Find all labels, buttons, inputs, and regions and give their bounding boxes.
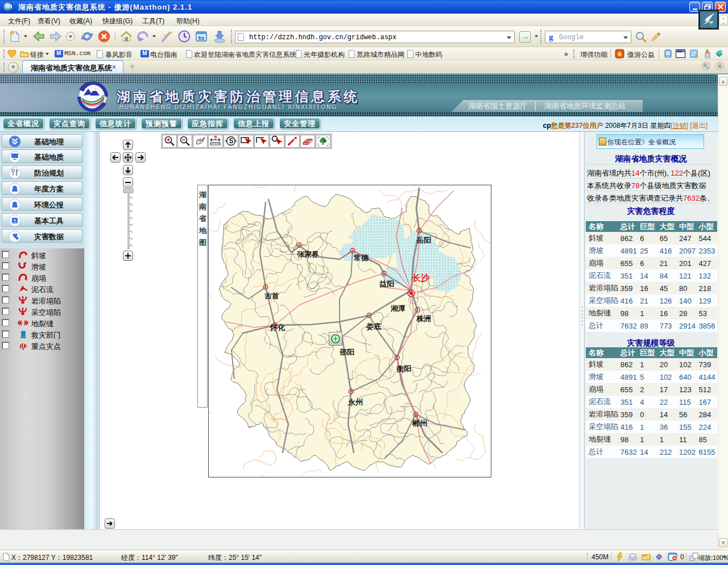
svg-text:邵阳: 邵阳 bbox=[339, 348, 354, 356]
svg-text:益阳: 益阳 bbox=[379, 280, 394, 288]
svg-text:株洲: 株洲 bbox=[416, 314, 431, 323]
svg-text:岳阳: 岳阳 bbox=[416, 236, 431, 244]
svg-text:永州: 永州 bbox=[348, 398, 363, 406]
svg-text:郴州: 郴州 bbox=[412, 419, 427, 427]
svg-text:湘潭: 湘潭 bbox=[390, 304, 406, 313]
svg-text:S: S bbox=[229, 137, 234, 145]
svg-text:吉首: 吉首 bbox=[264, 292, 279, 300]
svg-text:长沙: 长沙 bbox=[412, 273, 430, 282]
svg-text:?: ? bbox=[214, 135, 217, 142]
svg-text:怀化: 怀化 bbox=[270, 323, 286, 332]
svg-text:娄底: 娄底 bbox=[366, 322, 381, 331]
svg-text:衡阳: 衡阳 bbox=[396, 364, 411, 373]
svg-text:张家界: 张家界 bbox=[297, 250, 319, 259]
svg-text:常德: 常德 bbox=[353, 254, 369, 262]
